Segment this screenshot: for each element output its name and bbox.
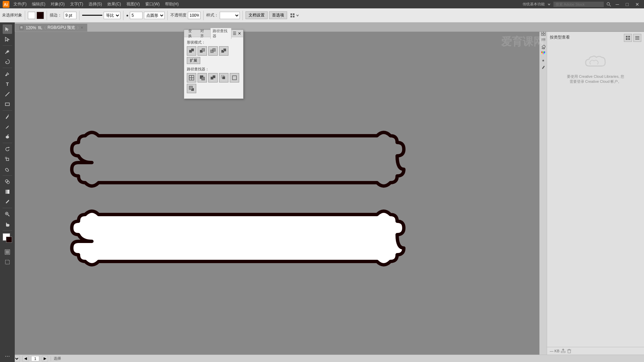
cloud-placeholder: 要使用 Creative Cloud Libraries, 您 需要登录 Cre… bbox=[547, 46, 644, 92]
svg-rect-76 bbox=[635, 36, 639, 37]
menu-view[interactable]: 视图(V) bbox=[124, 1, 143, 8]
page-indicator bbox=[31, 356, 39, 361]
banner-shape-2[interactable] bbox=[62, 203, 414, 280]
magic-wand-tool-button[interactable] bbox=[3, 47, 12, 56]
merge-button[interactable] bbox=[208, 73, 218, 82]
tab-close-button[interactable]: ✕ bbox=[80, 26, 83, 29]
upload-icon[interactable] bbox=[561, 349, 566, 353]
menu-select[interactable]: 选择(S) bbox=[86, 1, 105, 8]
menu-window[interactable]: 窗口(W) bbox=[143, 1, 162, 8]
style-dropdown[interactable] bbox=[220, 12, 240, 19]
crop-button[interactable] bbox=[219, 73, 228, 82]
pathfinder-tab[interactable]: 路径查找器 bbox=[210, 28, 231, 39]
style-label: 样式： bbox=[206, 12, 218, 18]
svg-rect-77 bbox=[635, 38, 639, 38]
type-tool-button[interactable]: T bbox=[3, 79, 12, 89]
direct-selection-tool-button[interactable] bbox=[3, 35, 12, 44]
tab-bar: 120% fiL ( RGB/GPU 预览 ) ✕ bbox=[15, 22, 644, 32]
svg-rect-4 bbox=[290, 13, 292, 15]
menu-type[interactable]: 文字(T) bbox=[67, 1, 86, 8]
pathfinder-close-button[interactable]: ✕ bbox=[238, 31, 241, 36]
tool-separator-3 bbox=[3, 110, 12, 111]
svg-rect-78 bbox=[635, 39, 639, 40]
menu-edit[interactable]: 编辑(E) bbox=[29, 1, 48, 8]
eyedropper-tool-button[interactable] bbox=[3, 197, 12, 206]
screen-mode-button[interactable] bbox=[3, 247, 12, 257]
fill-color-swatch[interactable] bbox=[28, 12, 35, 19]
minus-back-button[interactable] bbox=[187, 84, 196, 93]
outline-button[interactable] bbox=[230, 73, 239, 82]
gradient-tool-button[interactable] bbox=[3, 187, 12, 196]
close-button[interactable]: ✕ bbox=[633, 2, 641, 7]
svg-rect-70 bbox=[544, 53, 545, 54]
selection-tool-button[interactable] bbox=[3, 24, 12, 34]
divide-button[interactable] bbox=[187, 73, 196, 82]
status-bar: 120% 100% 50% ◀ ▶ 选择 bbox=[0, 355, 644, 362]
stroke-size-label: 描边： bbox=[50, 12, 62, 18]
menu-help[interactable]: 帮助(H) bbox=[162, 1, 181, 8]
svg-rect-5 bbox=[293, 13, 294, 15]
draw-mode-button[interactable] bbox=[3, 257, 12, 267]
lasso-tool-button[interactable] bbox=[3, 57, 12, 66]
scale-tool-button[interactable] bbox=[3, 155, 12, 164]
minimize-button[interactable]: ─ bbox=[614, 2, 621, 7]
menu-object[interactable]: 对象(O) bbox=[48, 1, 67, 8]
blob-brush-tool-button[interactable] bbox=[3, 132, 12, 141]
prev-page-button[interactable]: ◀ bbox=[22, 356, 29, 362]
transform-tab[interactable]: 变换 bbox=[186, 28, 197, 39]
stroke-color-swatch[interactable] bbox=[37, 12, 44, 19]
intersect-button[interactable] bbox=[208, 46, 218, 56]
maximize-button[interactable]: □ bbox=[624, 2, 631, 7]
banner-shape-1[interactable] bbox=[62, 126, 414, 199]
toolbar-separator-1 bbox=[25, 11, 25, 20]
exclude-button[interactable] bbox=[219, 46, 228, 56]
menu-file[interactable]: 文件(F) bbox=[11, 1, 29, 8]
hand-tool-button[interactable] bbox=[3, 220, 12, 229]
opacity-input[interactable] bbox=[188, 12, 201, 19]
stroke-type-dropdown[interactable]: 等比 bbox=[104, 12, 120, 19]
list-view-button[interactable] bbox=[633, 34, 641, 42]
layers-toggle-button[interactable] bbox=[540, 37, 546, 43]
grid-view-button[interactable] bbox=[624, 34, 632, 42]
rotate-tool-button[interactable] bbox=[3, 144, 12, 154]
delete-icon[interactable] bbox=[567, 349, 572, 353]
svg-rect-33 bbox=[191, 49, 194, 51]
page-input[interactable] bbox=[31, 356, 39, 361]
pencil-tool-button[interactable] bbox=[3, 112, 12, 121]
pathfinder-menu-button[interactable]: ☰ bbox=[233, 31, 236, 36]
points-shape-dropdown[interactable]: 点圆形 bbox=[144, 12, 165, 19]
expand-button[interactable]: 扩展 bbox=[187, 57, 200, 64]
trim-button[interactable] bbox=[198, 73, 207, 82]
tool-separator-1 bbox=[3, 45, 12, 46]
search-icon bbox=[606, 2, 611, 7]
unite-button[interactable] bbox=[187, 46, 196, 56]
svg-point-2 bbox=[607, 2, 609, 5]
links-toggle-button[interactable] bbox=[540, 44, 546, 50]
paintbrush-tool-button[interactable] bbox=[3, 122, 12, 131]
points-count-input[interactable] bbox=[130, 12, 143, 19]
symbols-toggle-button[interactable]: ★ bbox=[540, 57, 546, 63]
next-page-button[interactable]: ▶ bbox=[42, 356, 48, 362]
pen-tool-button[interactable] bbox=[3, 69, 12, 79]
warp-tool-button[interactable] bbox=[3, 165, 12, 174]
align-tab[interactable]: 对齐 bbox=[198, 28, 209, 39]
svg-rect-69 bbox=[543, 53, 544, 54]
svg-rect-68 bbox=[541, 53, 542, 54]
rectangle-tool-button[interactable] bbox=[3, 100, 12, 109]
stroke-swatch[interactable] bbox=[6, 237, 12, 243]
svg-rect-62 bbox=[541, 39, 545, 40]
document-tab[interactable]: 120% fiL ( RGB/GPU 预览 ) ✕ bbox=[15, 23, 88, 32]
line-tool-button[interactable] bbox=[3, 89, 12, 99]
minus-front-button[interactable] bbox=[198, 46, 207, 56]
swatches-toggle-button[interactable] bbox=[540, 51, 546, 57]
stroke-size-input[interactable] bbox=[64, 12, 76, 19]
arrange-dropdown-icon[interactable] bbox=[296, 14, 299, 17]
more-tools-button[interactable]: ··· bbox=[3, 351, 12, 361]
zoom-tool-button[interactable] bbox=[3, 209, 12, 219]
stock-search-input[interactable] bbox=[553, 2, 604, 7]
shape-builder-tool-button[interactable] bbox=[3, 177, 12, 186]
brushes-toggle-button[interactable] bbox=[540, 64, 546, 70]
doc-setup-button[interactable]: 文档设置 bbox=[246, 11, 268, 19]
menu-effect[interactable]: 效果(C) bbox=[105, 1, 124, 8]
preferences-button[interactable]: 首选项 bbox=[269, 11, 287, 19]
